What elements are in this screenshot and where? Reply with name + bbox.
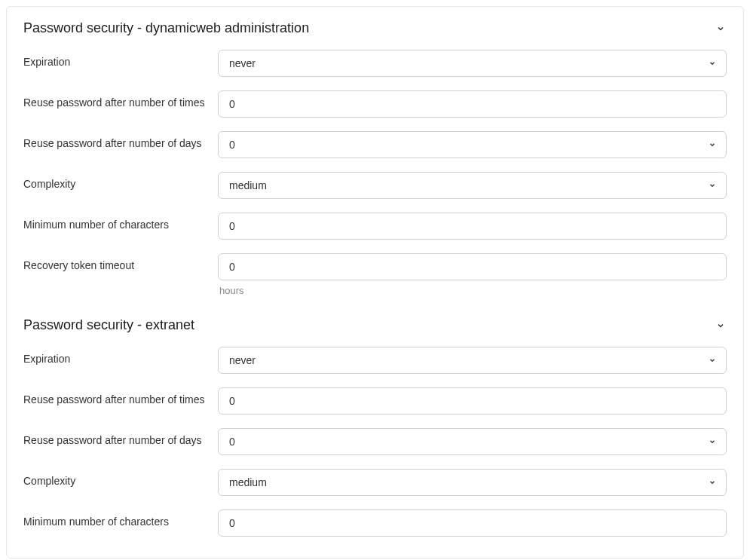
row-extranet-reuse-days: Reuse password after number of days 0 (23, 428, 727, 455)
section-title-extranet: Password security - extranet (23, 317, 194, 333)
section-header-admin[interactable]: Password security - dynamicweb administr… (23, 20, 727, 36)
select-admin-complexity[interactable]: medium (218, 172, 727, 199)
select-admin-reuse-days[interactable]: 0 (218, 131, 727, 158)
section-header-extranet[interactable]: Password security - extranet (23, 317, 727, 333)
select-admin-expiration[interactable]: never (218, 50, 727, 77)
row-admin-reuse-days: Reuse password after number of days 0 (23, 131, 727, 158)
section-password-extranet: Password security - extranet Expiration … (23, 317, 727, 537)
chevron-down-icon (715, 23, 727, 35)
row-extranet-complexity: Complexity medium (23, 469, 727, 496)
row-extranet-reuse-times: Reuse password after number of times (23, 387, 727, 415)
input-admin-min-chars[interactable] (218, 213, 727, 240)
chevron-down-icon (715, 320, 727, 332)
label-extranet-reuse-days: Reuse password after number of days (23, 428, 218, 446)
row-admin-complexity: Complexity medium (23, 172, 727, 199)
label-admin-expiration: Expiration (23, 50, 218, 68)
input-admin-reuse-times[interactable] (218, 90, 727, 118)
label-admin-min-chars: Minimum number of characters (23, 213, 218, 231)
select-extranet-complexity[interactable]: medium (218, 469, 727, 496)
row-admin-reuse-times: Reuse password after number of times (23, 90, 727, 118)
row-admin-recovery-timeout: Recovery token timeout hours (23, 253, 727, 296)
label-admin-reuse-days: Reuse password after number of days (23, 131, 218, 149)
section-title-admin: Password security - dynamicweb administr… (23, 20, 309, 36)
select-extranet-expiration[interactable]: never (218, 347, 727, 374)
helper-admin-recovery-timeout: hours (218, 285, 727, 296)
label-admin-complexity: Complexity (23, 172, 218, 190)
row-admin-expiration: Expiration never (23, 50, 727, 77)
section-password-admin: Password security - dynamicweb administr… (23, 20, 727, 296)
row-extranet-min-chars: Minimum number of characters (23, 510, 727, 537)
label-extranet-reuse-times: Reuse password after number of times (23, 387, 218, 405)
label-extranet-min-chars: Minimum number of characters (23, 510, 218, 528)
row-extranet-expiration: Expiration never (23, 347, 727, 374)
label-admin-recovery-timeout: Recovery token timeout (23, 253, 218, 271)
label-extranet-expiration: Expiration (23, 347, 218, 365)
label-admin-reuse-times: Reuse password after number of times (23, 90, 218, 109)
label-extranet-complexity: Complexity (23, 469, 218, 487)
row-admin-min-chars: Minimum number of characters (23, 213, 727, 240)
input-extranet-reuse-times[interactable] (218, 387, 727, 415)
input-admin-recovery-timeout[interactable] (218, 253, 727, 280)
settings-panel: Password security - dynamicweb administr… (6, 6, 744, 558)
input-extranet-min-chars[interactable] (218, 510, 727, 537)
select-extranet-reuse-days[interactable]: 0 (218, 428, 727, 455)
